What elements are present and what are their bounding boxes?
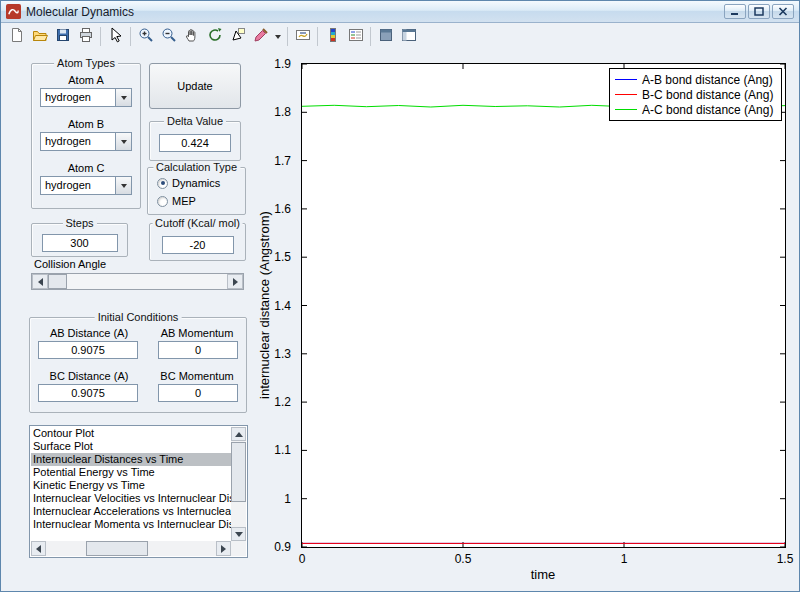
radio-mep-label: MEP	[172, 195, 196, 207]
list-item[interactable]: Potential Energy vs Time	[31, 466, 231, 479]
y-tick-label: 1.2	[274, 395, 291, 409]
ab-momentum-input[interactable]	[158, 341, 238, 359]
legend-line-swatch	[615, 79, 637, 80]
slider-right-arrow-icon[interactable]	[227, 274, 243, 289]
pan-button[interactable]	[180, 25, 203, 48]
legend-entry[interactable]: B-C bond distance (Ang)	[610, 87, 781, 102]
data-cursor-icon	[230, 27, 246, 46]
toolbar-separator	[100, 27, 101, 46]
list-item[interactable]: Surface Plot	[31, 440, 231, 453]
atom-c-value: hydrogen	[41, 177, 115, 194]
insert-colorbar-button[interactable]	[321, 25, 344, 48]
atom-a-dropdown[interactable]: hydrogen	[40, 88, 132, 107]
horizontal-scroll-thumb[interactable]	[86, 541, 148, 556]
bc-distance-label: BC Distance (A)	[34, 370, 144, 382]
y-tick-label: 1.7	[274, 154, 291, 168]
close-button[interactable]	[772, 4, 794, 19]
toolbar-separator	[287, 27, 288, 46]
list-item[interactable]: Contour Plot	[31, 427, 231, 440]
zoom-out-button[interactable]	[157, 25, 180, 48]
vertical-scroll-thumb[interactable]	[231, 442, 246, 502]
atom-a-dropdown-button[interactable]	[115, 89, 131, 106]
x-axis-label: time	[531, 567, 556, 582]
atom-b-dropdown[interactable]: hydrogen	[40, 132, 132, 151]
radio-mep[interactable]: MEP	[157, 195, 196, 207]
data-cursor-button[interactable]	[226, 25, 249, 48]
plot-type-listbox[interactable]: Contour PlotSurface PlotInternuclear Dis…	[29, 425, 248, 558]
open-file-button[interactable]	[28, 25, 51, 48]
radio-button-icon[interactable]	[157, 178, 168, 189]
rotate-3d-button[interactable]	[203, 25, 226, 48]
list-item[interactable]: Internuclear Velocities vs Internuclear …	[31, 492, 231, 505]
legend-entry[interactable]: A-B bond distance (Ang)	[610, 72, 781, 87]
x-axis-tick-labels: 00.511.5	[302, 552, 785, 566]
zoom-in-icon	[138, 27, 154, 46]
steps-input[interactable]	[42, 234, 118, 252]
bc-momentum-label: BC Momentum	[152, 370, 242, 382]
new-figure-button[interactable]	[5, 25, 28, 48]
edit-plot-button[interactable]	[104, 25, 127, 48]
update-button[interactable]: Update	[149, 63, 241, 109]
bc-momentum-input[interactable]	[158, 384, 238, 402]
cutoff-input[interactable]	[162, 236, 234, 254]
scrollbar-corner	[231, 541, 246, 556]
bc-distance-input[interactable]	[38, 384, 138, 402]
listbox-horizontal-scrollbar[interactable]	[31, 541, 231, 556]
scroll-left-arrow-icon[interactable]	[31, 541, 46, 556]
show-plot-tools-button[interactable]	[397, 25, 420, 48]
ab-momentum-label: AB Momentum	[152, 327, 242, 339]
cutoff-title: Cutoff (Kcal/ mol)	[152, 217, 243, 229]
scroll-down-arrow-icon[interactable]	[231, 527, 246, 541]
scroll-right-arrow-icon[interactable]	[216, 541, 231, 556]
minimize-button[interactable]	[724, 4, 746, 19]
ab-distance-input[interactable]	[38, 341, 138, 359]
toolbar-separator	[317, 27, 318, 46]
legend-line-swatch	[615, 109, 637, 110]
save-figure-button[interactable]	[51, 25, 74, 48]
atom-c-dropdown-button[interactable]	[115, 177, 131, 194]
atom-b-dropdown-button[interactable]	[115, 133, 131, 150]
atom-c-dropdown[interactable]: hydrogen	[40, 176, 132, 195]
legend-line-swatch	[615, 94, 637, 95]
slider-track[interactable]	[67, 274, 227, 289]
list-item[interactable]: Kinetic Energy vs Time	[31, 479, 231, 492]
listbox-vertical-scrollbar[interactable]	[231, 427, 246, 541]
list-item[interactable]: Internuclear Distances vs Time	[31, 453, 231, 466]
atom-types-group: Atom Types Atom A hydrogen Atom B hydrog…	[31, 63, 141, 209]
radio-button-icon[interactable]	[157, 196, 168, 207]
toolbar-separator	[130, 27, 131, 46]
plot-legend[interactable]: A-B bond distance (Ang)B-C bond distance…	[609, 68, 782, 121]
link-plots-button[interactable]	[291, 25, 314, 48]
legend-entry[interactable]: A-C bond distance (Ang)	[610, 102, 781, 117]
print-figure-icon	[78, 27, 94, 46]
zoom-in-button[interactable]	[134, 25, 157, 48]
new-figure-icon	[9, 27, 25, 46]
list-item[interactable]: Internuclear Accelerations vs Internucle…	[31, 505, 231, 518]
titlebar[interactable]: Molecular Dynamics	[1, 1, 799, 23]
x-tick-label: 1.5	[777, 552, 794, 566]
slider-left-arrow-icon[interactable]	[32, 274, 48, 289]
hide-plot-tools-button[interactable]	[374, 25, 397, 48]
edit-plot-icon	[108, 27, 124, 46]
y-tick-label: 1	[284, 492, 291, 506]
minimize-icon	[730, 4, 740, 19]
plot-axes[interactable]	[301, 63, 786, 548]
insert-legend-button[interactable]	[344, 25, 367, 48]
x-tick-label: 0	[299, 552, 306, 566]
brush-button[interactable]	[249, 25, 272, 48]
cutoff-group: Cutoff (Kcal/ mol)	[149, 223, 246, 261]
insert-legend-icon	[348, 27, 364, 46]
radio-dynamics-label: Dynamics	[172, 177, 220, 189]
maximize-icon	[754, 4, 764, 19]
list-item[interactable]: Internuclear Momenta vs Internuclear Dis…	[31, 518, 231, 531]
scroll-up-arrow-icon[interactable]	[231, 427, 246, 441]
radio-dynamics[interactable]: Dynamics	[157, 177, 220, 189]
slider-thumb[interactable]	[48, 274, 67, 289]
window-controls	[724, 4, 794, 19]
maximize-button[interactable]	[748, 4, 770, 19]
collision-angle-slider[interactable]	[31, 273, 244, 290]
print-figure-button[interactable]	[74, 25, 97, 48]
delta-value-input[interactable]	[159, 134, 231, 152]
brush-dropdown-button[interactable]	[272, 25, 284, 48]
collision-angle-label: Collision Angle	[34, 258, 106, 270]
